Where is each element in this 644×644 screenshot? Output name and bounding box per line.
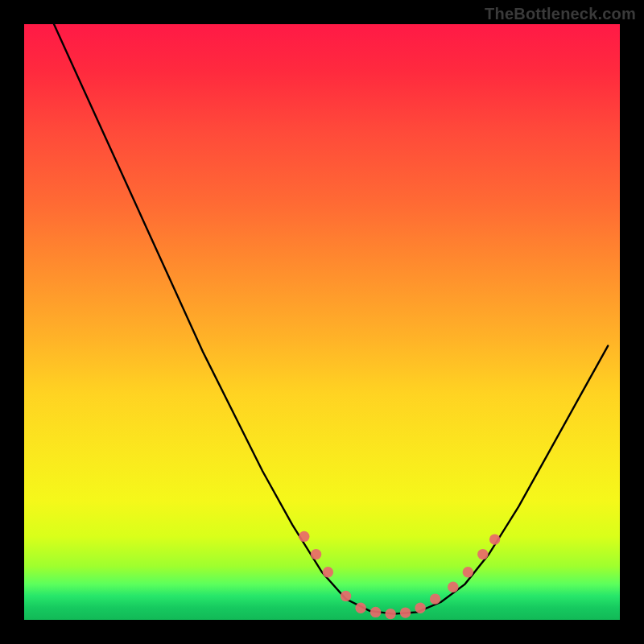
- marker-dot: [430, 593, 440, 604]
- bottleneck-curve: [54, 24, 608, 614]
- plot-area: [24, 24, 620, 620]
- marker-dot: [370, 607, 381, 617]
- marker-dot: [448, 582, 458, 592]
- marker-dot: [463, 567, 473, 577]
- marker-dot: [311, 549, 321, 559]
- marker-dot: [489, 534, 500, 544]
- marker-dot: [477, 549, 488, 559]
- curve-layer: [24, 24, 620, 620]
- marker-dot: [355, 603, 365, 613]
- marker-dot: [299, 531, 309, 542]
- watermark-text: TheBottleneck.com: [485, 5, 636, 23]
- marker-dot: [323, 567, 333, 577]
- marker-group: [299, 531, 500, 620]
- marker-dot: [341, 591, 351, 601]
- marker-dot: [400, 607, 411, 617]
- marker-dot: [385, 609, 395, 619]
- chart-root: TheBottleneck.com: [0, 0, 644, 644]
- marker-dot: [415, 603, 425, 613]
